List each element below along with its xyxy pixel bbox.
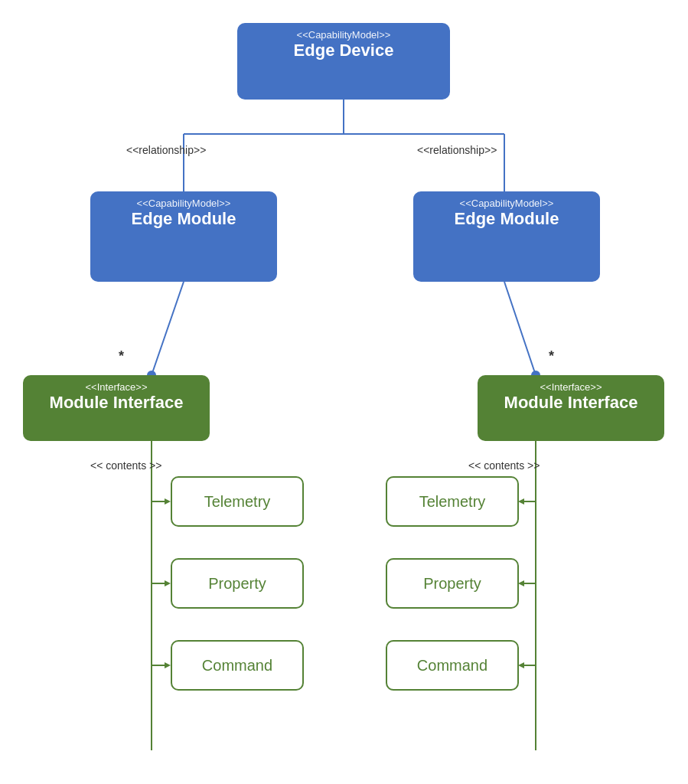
svg-marker-12 — [165, 580, 171, 586]
svg-marker-21 — [518, 662, 524, 668]
module-interface-left-node: <<Interface>> Module Interface — [23, 375, 210, 441]
edge-module-left-stereotype: <<CapabilityModel>> — [90, 191, 277, 209]
telemetry-left-box: Telemetry — [171, 476, 304, 527]
contents-label-right: << contents >> — [468, 459, 540, 472]
edge-module-right-title: Edge Module — [413, 209, 600, 237]
edge-module-right-node: <<CapabilityModel>> Edge Module — [413, 191, 600, 282]
edge-device-node: <<CapabilityModel>> Edge Device — [237, 23, 450, 100]
module-interface-right-title: Module Interface — [478, 393, 664, 420]
edge-module-left-title: Edge Module — [90, 209, 277, 237]
relationship-label-right: <<relationship>> — [417, 144, 497, 156]
svg-line-4 — [152, 282, 184, 375]
edge-device-stereotype: <<CapabilityModel>> — [237, 23, 450, 41]
relationship-label-left: <<relationship>> — [126, 144, 206, 156]
telemetry-right-box: Telemetry — [386, 476, 519, 527]
module-interface-left-title: Module Interface — [23, 393, 210, 420]
command-left-box: Command — [171, 640, 304, 691]
command-right-box: Command — [386, 640, 519, 691]
svg-marker-17 — [518, 498, 524, 505]
property-right-box: Property — [386, 558, 519, 609]
multiplicity-left: * — [119, 348, 124, 364]
svg-marker-19 — [518, 580, 524, 586]
multiplicity-right: * — [549, 348, 554, 364]
edge-device-title: Edge Device — [237, 41, 450, 68]
svg-line-5 — [504, 282, 536, 375]
module-interface-right-stereotype: <<Interface>> — [478, 375, 664, 393]
edge-module-right-stereotype: <<CapabilityModel>> — [413, 191, 600, 209]
diagram-container: <<CapabilityModel>> Edge Device <<relati… — [0, 0, 688, 784]
contents-label-left: << contents >> — [90, 459, 161, 472]
edge-module-left-node: <<CapabilityModel>> Edge Module — [90, 191, 277, 282]
svg-marker-10 — [165, 498, 171, 505]
module-interface-right-node: <<Interface>> Module Interface — [478, 375, 664, 441]
svg-marker-14 — [165, 662, 171, 668]
property-left-box: Property — [171, 558, 304, 609]
module-interface-left-stereotype: <<Interface>> — [23, 375, 210, 393]
